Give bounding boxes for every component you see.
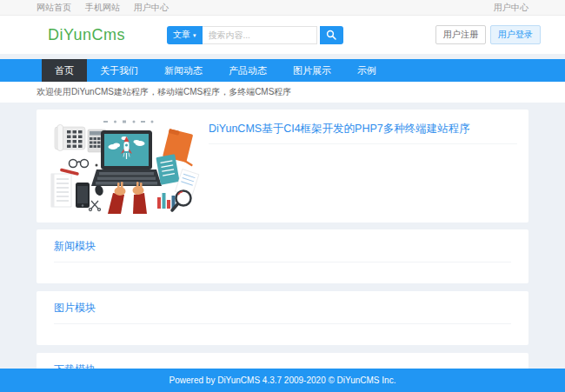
- search-category-dropdown[interactable]: 文章 ▾: [167, 26, 203, 44]
- topbar-link-usercenter-right[interactable]: 用户中心: [494, 2, 528, 14]
- hero-title-link[interactable]: DiYunCMS基于CI4框架开发的PHP7多种终端建站程序: [209, 122, 517, 144]
- section-title: 图片模块: [54, 301, 511, 324]
- register-button[interactable]: 用户注册: [435, 25, 486, 44]
- welcome-strip: 欢迎使用DiYunCMS建站程序，移动端CMS程序，多终端CMS程序: [0, 82, 565, 103]
- nav-item-home[interactable]: 首页: [42, 59, 87, 82]
- nav-item-demo[interactable]: 示例: [344, 59, 389, 82]
- section-body: [54, 324, 511, 333]
- search-bar: 文章 ▾: [167, 26, 343, 44]
- utility-bar: 网站首页 手机网站 用户中心 用户中心: [0, 0, 565, 16]
- header: DiYunCms 文章 ▾ 用户注册 用户登录: [0, 16, 565, 54]
- topbar-link-usercenter[interactable]: 用户中心: [134, 2, 169, 14]
- nav-item-gallery[interactable]: 图片展示: [280, 59, 344, 82]
- site-logo[interactable]: DiYunCms: [48, 26, 125, 44]
- hero-card: DiYunCMS基于CI4框架开发的PHP7多种终端建站程序: [37, 110, 528, 223]
- welcome-text: 欢迎使用DiYunCMS建站程序，移动端CMS程序，多终端CMS程序: [37, 86, 291, 98]
- workspace-illustration: [48, 118, 200, 214]
- section-news-module: 新闻模块: [37, 229, 528, 283]
- search-button[interactable]: [320, 26, 343, 44]
- section-picture-module: 图片模块: [37, 291, 528, 345]
- topbar-link-mobile[interactable]: 手机网站: [85, 2, 120, 14]
- footer: Powered by DiYunCMS 4.3.7 2009-2020 © Di…: [0, 369, 565, 392]
- magnifier-icon: [326, 30, 336, 40]
- main-nav: 首页 关于我们 新闻动态 产品动态 图片展示 示例: [0, 59, 565, 82]
- hero-image[interactable]: [48, 118, 200, 214]
- nav-item-about[interactable]: 关于我们: [87, 59, 151, 82]
- login-button[interactable]: 用户登录: [490, 25, 541, 44]
- chevron-down-icon: ▾: [193, 32, 196, 38]
- header-actions: 用户注册 用户登录: [435, 25, 541, 44]
- footer-text: Powered by DiYunCMS 4.3.7 2009-2020 © Di…: [170, 375, 396, 385]
- nav-item-news[interactable]: 新闻动态: [151, 59, 216, 82]
- nav-item-products[interactable]: 产品动态: [216, 59, 280, 82]
- content-area: DiYunCMS基于CI4框架开发的PHP7多种终端建站程序 新闻模块 图片模块…: [0, 103, 565, 392]
- hero-body: DiYunCMS基于CI4框架开发的PHP7多种终端建站程序: [200, 118, 517, 214]
- section-body: [54, 262, 511, 271]
- topbar-link-home[interactable]: 网站首页: [37, 2, 71, 14]
- section-title: 新闻模块: [54, 239, 511, 262]
- search-input[interactable]: [203, 26, 317, 44]
- search-category-label: 文章: [173, 29, 190, 41]
